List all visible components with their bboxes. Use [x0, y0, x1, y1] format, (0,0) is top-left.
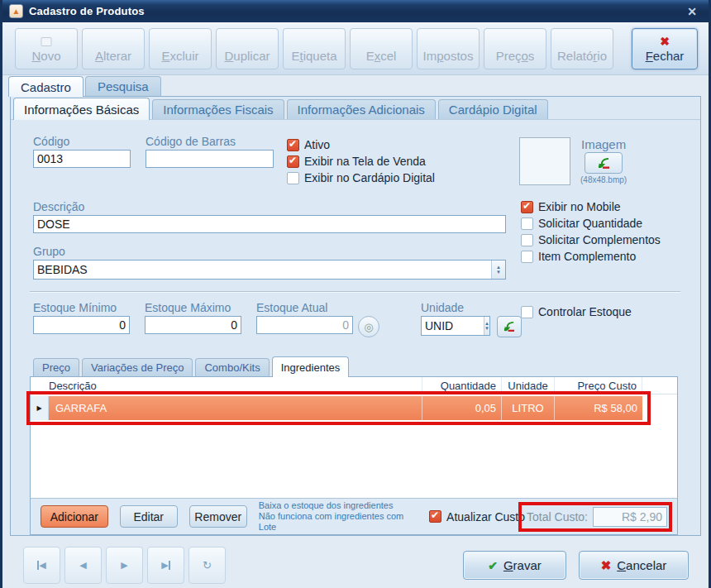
next-record-icon: ▶ — [121, 561, 127, 570]
adicionar-button[interactable]: Adicionar — [41, 505, 108, 528]
window-close-icon[interactable]: ✕ — [682, 5, 702, 18]
image-size-hint: (48x48.bmp) — [580, 175, 627, 184]
col-preco-custo[interactable]: Preço Custo — [555, 377, 642, 394]
detail-tabs: Preço Variações de Preço Combo/Kits Ingr… — [33, 356, 700, 376]
exibir-tela-venda-label: Exibir na Tela de Venda — [304, 155, 426, 168]
unidade-spinner[interactable]: ▲▼ — [484, 317, 489, 335]
excluir-button[interactable]: Excluir — [149, 28, 212, 69]
ativo-checkbox[interactable] — [287, 139, 299, 151]
previous-record-icon: ◀ — [79, 561, 86, 570]
divider — [30, 291, 680, 293]
total-custo-label: Total Custo: — [527, 510, 588, 523]
codigo-barras-label: Código de Barras — [146, 135, 274, 150]
exibir-mobile-checkbox-row[interactable]: Exibir no Mobile — [521, 198, 661, 215]
refresh-records-button[interactable]: ↻ — [188, 547, 226, 584]
solicitar-quantidade-checkbox-row[interactable]: Solicitar Quantidade — [521, 215, 661, 232]
tab-cardapio-digital[interactable]: Cardápio Digital — [438, 99, 548, 119]
tab-informacoes-fiscais[interactable]: Informações Fiscais — [152, 99, 284, 119]
fechar-button[interactable]: ✖ Fechar — [632, 28, 698, 69]
tab-informacoes-basicas[interactable]: Informações Básicas — [13, 98, 150, 120]
estoque-atual-input — [256, 316, 353, 334]
action-buttons: ✔ Gravar ✖ Cancelar — [463, 551, 689, 580]
ativo-checkbox-row[interactable]: Ativo — [287, 136, 435, 153]
controlar-estoque-checkbox[interactable] — [521, 306, 533, 318]
solicitar-complementos-label: Solicitar Complementos — [538, 233, 661, 246]
exibir-cardapio-checkbox[interactable] — [287, 172, 299, 184]
unidade-open-button[interactable] — [497, 316, 522, 337]
duplicar-button[interactable]: Duplicar — [216, 28, 279, 69]
grid-empty-area — [31, 420, 677, 498]
codigo-barras-input[interactable] — [146, 150, 274, 168]
grupo-input[interactable] — [34, 261, 491, 279]
tab-informacoes-adicionais[interactable]: Informações Adicionais — [287, 99, 436, 119]
etiqueta-button[interactable]: Etiqueta — [283, 28, 346, 69]
window-title: Cadastro de Produtos — [29, 5, 145, 17]
tab-variacoes-de-preco[interactable]: Variações de Preço — [82, 358, 193, 376]
col-descricao[interactable]: Descrição — [49, 377, 422, 394]
grupo-combo[interactable]: ▲▼ — [33, 260, 506, 280]
tab-preco[interactable]: Preço — [33, 358, 79, 376]
first-record-icon-arrow: ◀ — [39, 561, 45, 570]
note-line-2: Não funciona com ingredientes com Lote — [259, 511, 419, 533]
gravar-button[interactable]: ✔ Gravar — [463, 551, 566, 580]
tab-cadastro[interactable]: Cadastro — [8, 76, 84, 97]
cancelar-label: Cancelar — [617, 558, 666, 572]
first-record-button[interactable]: ◀ — [23, 547, 60, 584]
codigo-input[interactable] — [33, 150, 131, 168]
solicitar-quantidade-checkbox[interactable] — [521, 218, 533, 230]
exibir-tela-venda-checkbox-row[interactable]: Exibir na Tela de Venda — [287, 153, 435, 170]
load-image-button[interactable] — [585, 152, 623, 174]
previous-record-button[interactable]: ◀ — [64, 547, 102, 584]
col-quantidade[interactable]: Quantidade — [422, 377, 502, 394]
next-record-button[interactable]: ▶ — [106, 547, 143, 584]
excel-button[interactable]: Excel — [350, 28, 413, 69]
grupo-spinner[interactable]: ▲▼ — [491, 261, 505, 279]
descricao-label: Descrição — [33, 200, 506, 215]
atualizar-custo-checkbox-row[interactable]: Atualizar Custo — [429, 509, 525, 525]
unidade-input[interactable] — [422, 317, 484, 335]
alterar-button[interactable]: Alterar — [82, 28, 145, 69]
check-icon: ✔ — [488, 559, 498, 572]
tab-combo-kits[interactable]: Combo/Kits — [195, 358, 269, 376]
exibir-mobile-label: Exibir no Mobile — [538, 200, 621, 213]
impostos-button[interactable]: Impostos — [417, 28, 480, 69]
editar-button[interactable]: Editar — [120, 505, 178, 528]
imagem-area: Imagem (48x48.bmp) — [519, 137, 627, 185]
exibir-tela-venda-checkbox[interactable] — [287, 155, 299, 168]
solicitar-complementos-checkbox-row[interactable]: Solicitar Complementos — [521, 232, 661, 248]
cancelar-button[interactable]: ✖ Cancelar — [579, 551, 689, 580]
novo-button[interactable]: Novo — [15, 28, 78, 69]
precos-label: Preços — [496, 49, 535, 63]
item-complemento-checkbox[interactable] — [521, 251, 533, 263]
unidade-label: Unidade — [421, 301, 522, 316]
exibir-cardapio-checkbox-row[interactable]: Exibir no Cardápio Digital — [287, 170, 435, 186]
ativo-label: Ativo — [304, 138, 330, 151]
col-unidade[interactable]: Unidade — [502, 377, 555, 394]
last-record-button[interactable]: ▶ — [147, 547, 184, 584]
ingredientes-note: Baixa o estoque dos ingredientes Não fun… — [259, 500, 419, 533]
total-custo-group: Total Custo: — [525, 504, 669, 530]
estoque-minimo-input[interactable] — [33, 316, 130, 334]
descricao-input[interactable] — [33, 215, 506, 233]
toolbar: Novo Alterar Excluir Duplicar Etiqueta E… — [2, 22, 709, 75]
product-image-box — [519, 137, 570, 185]
precos-button[interactable]: Preços — [484, 28, 546, 69]
cadastro-de-produtos-window: ▲ Cadastro de Produtos ✕ Novo Alterar Ex… — [0, 0, 711, 588]
unidade-combo[interactable]: ▲▼ — [421, 316, 490, 336]
item-complemento-checkbox-row[interactable]: Item Complemento — [521, 248, 661, 265]
atualizar-custo-checkbox[interactable] — [429, 510, 441, 523]
relatorio-button[interactable]: Relatório — [551, 28, 613, 69]
cancel-x-icon: ✖ — [601, 558, 612, 573]
tab-pesquisa[interactable]: Pesquisa — [85, 76, 161, 96]
estoque-maximo-input[interactable] — [145, 316, 241, 334]
tab-ingredientes[interactable]: Ingredientes — [272, 356, 350, 377]
duplicar-label: Duplicar — [224, 49, 270, 63]
ingredient-row-selected[interactable]: ▶ GARRAFA 0,05 LITRO R$ 58,00 — [31, 396, 642, 420]
solicitar-complementos-checkbox[interactable] — [521, 234, 533, 246]
note-line-1: Baixa o estoque dos ingredientes — [259, 500, 419, 511]
controlar-estoque-checkbox-row[interactable]: Controlar Estoque — [521, 304, 632, 320]
exibir-mobile-checkbox[interactable] — [521, 201, 533, 213]
info-tabs: Informações Básicas Informações Fiscais … — [11, 97, 700, 120]
recalcular-estoque-button[interactable]: ◎ — [358, 316, 379, 337]
remover-button[interactable]: Remover — [189, 505, 247, 528]
